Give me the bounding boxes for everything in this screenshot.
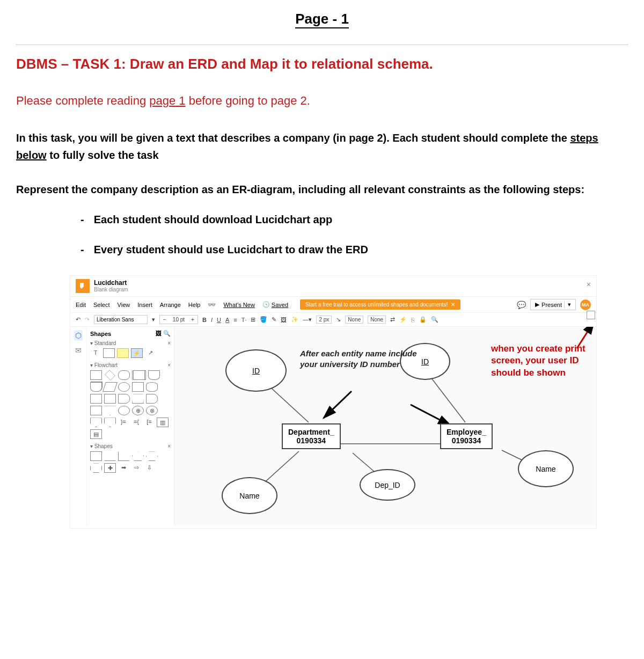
- bold-button[interactable]: B: [202, 317, 207, 323]
- menu-select[interactable]: Select: [93, 302, 110, 308]
- sh-rect[interactable]: [90, 451, 102, 461]
- search-toolbar-icon[interactable]: 🔍: [431, 316, 438, 323]
- fc-process[interactable]: [90, 370, 102, 380]
- stroke-width[interactable]: 2 px: [316, 316, 332, 324]
- fill-color-icon[interactable]: 🪣: [260, 316, 267, 323]
- menu-insert[interactable]: Insert: [137, 302, 152, 308]
- underline-button[interactable]: U: [217, 317, 221, 323]
- image-icon[interactable]: 🖼: [281, 317, 287, 323]
- fc-delay[interactable]: [146, 394, 158, 404]
- line-color-icon[interactable]: ✎: [272, 316, 276, 323]
- font-size-control[interactable]: −10 pt+: [159, 315, 198, 324]
- arrow-left-select[interactable]: None: [345, 316, 363, 324]
- note-shape[interactable]: [117, 348, 129, 358]
- zoom-toggle-icon[interactable]: [587, 311, 595, 319]
- menu-help[interactable]: Help: [188, 302, 201, 308]
- line-type-icon[interactable]: ↘: [336, 316, 341, 323]
- sh-uarrow[interactable]: ⇩: [144, 463, 155, 472]
- sh-rarrow[interactable]: ➡: [118, 463, 129, 472]
- fc-predef[interactable]: [132, 370, 146, 380]
- align-button[interactable]: ≡: [233, 317, 237, 323]
- undo-icon[interactable]: ↶: [76, 316, 80, 323]
- copy-icon[interactable]: ⎘: [411, 317, 415, 323]
- erd-attr-depid[interactable]: Dep_ID: [360, 469, 415, 501]
- present-button[interactable]: ▶ Present ▾: [530, 299, 576, 310]
- fc-collate[interactable]: ⊗: [146, 406, 158, 415]
- fc-document[interactable]: [148, 370, 160, 380]
- sh-pentagon[interactable]: [132, 451, 144, 461]
- menu-whats-new[interactable]: What's New: [223, 302, 254, 308]
- close-icon[interactable]: ×: [587, 280, 591, 289]
- fc-card[interactable]: [104, 394, 116, 404]
- menu-arrange[interactable]: Arrange: [160, 302, 181, 308]
- text-options-button[interactable]: T·: [241, 317, 247, 323]
- sh-rtriangle[interactable]: [118, 451, 130, 461]
- fc-connector[interactable]: [118, 382, 130, 392]
- magic-icon[interactable]: ✨: [291, 316, 298, 323]
- block-shape[interactable]: [103, 348, 115, 358]
- erd-entity-employee[interactable]: Employee_0190334: [440, 423, 493, 449]
- image-lib-icon[interactable]: 🖼: [156, 330, 162, 336]
- feedback-icon[interactable]: 👓: [208, 301, 216, 309]
- erd-canvas[interactable]: ID ID After each entity name include you…: [174, 327, 596, 525]
- fc-manual[interactable]: [132, 394, 144, 404]
- fc-note[interactable]: [104, 418, 116, 427]
- line-style-button[interactable]: ―▾: [303, 316, 312, 323]
- group-shapes[interactable]: Shapes: [94, 443, 113, 449]
- redo-icon[interactable]: ↷: [85, 316, 90, 323]
- hotspot-shape[interactable]: ⚡: [131, 348, 143, 358]
- chevron-down-icon[interactable]: ▾: [564, 301, 571, 308]
- menu-edit[interactable]: Edit: [76, 302, 86, 308]
- italic-button[interactable]: I: [211, 317, 213, 323]
- fc-data-io[interactable]: [103, 382, 118, 392]
- fc-brace-eq[interactable]: ={: [131, 418, 142, 426]
- erd-attr-name-dept[interactable]: Name: [222, 477, 277, 514]
- text-color-button[interactable]: A: [225, 317, 229, 323]
- fc-stored[interactable]: [90, 406, 102, 415]
- group-flowchart[interactable]: Flowchart: [94, 362, 118, 368]
- menu-view[interactable]: View: [118, 302, 130, 308]
- group-standard[interactable]: Standard: [94, 340, 116, 346]
- avatar[interactable]: MA: [580, 299, 591, 310]
- sh-triangle[interactable]: [104, 451, 116, 461]
- font-family-select[interactable]: [94, 315, 148, 324]
- fc-paper-tape[interactable]: [90, 394, 102, 404]
- fc-terminator[interactable]: [118, 370, 130, 380]
- sh-cross[interactable]: ✚: [104, 463, 116, 473]
- sh-octagon[interactable]: [90, 463, 102, 473]
- erd-attr-name-emp[interactable]: Name: [518, 450, 574, 487]
- fc-sum[interactable]: ⊕: [132, 406, 144, 415]
- fc-brace-close[interactable]: }=: [118, 418, 129, 426]
- fc-offpage[interactable]: [90, 418, 102, 427]
- remove-shapes-icon[interactable]: ×: [167, 443, 171, 449]
- fc-merge[interactable]: [104, 406, 116, 415]
- text-shape[interactable]: T: [90, 348, 101, 357]
- fc-display[interactable]: [118, 394, 130, 404]
- sh-darrow[interactable]: ⇨: [131, 463, 142, 472]
- fc-database[interactable]: [146, 382, 158, 392]
- sh-hexagon[interactable]: [146, 451, 158, 461]
- lock-icon[interactable]: 🔒: [419, 316, 427, 323]
- fc-brace-open[interactable]: [=: [144, 418, 155, 426]
- fc-swimlane-v[interactable]: ▥: [157, 418, 169, 427]
- erd-entity-department[interactable]: Department_0190334: [282, 423, 341, 449]
- fc-internal-storage[interactable]: [132, 382, 144, 392]
- remove-standard-icon[interactable]: ×: [167, 340, 171, 346]
- arrow-right-select[interactable]: None: [368, 316, 386, 324]
- search-shapes-icon[interactable]: 🔍: [163, 330, 171, 336]
- remove-flowchart-icon[interactable]: ×: [167, 362, 171, 368]
- fc-or[interactable]: [118, 406, 130, 415]
- layers-tab-icon[interactable]: ✉: [75, 346, 82, 355]
- line-shape[interactable]: ↗: [145, 348, 156, 357]
- close-banner-icon[interactable]: ✕: [451, 302, 455, 307]
- shapes-tab-icon[interactable]: ⬡: [74, 330, 83, 341]
- fc-decision[interactable]: [105, 370, 115, 380]
- comment-icon[interactable]: 💬: [517, 301, 526, 309]
- spacing-icon[interactable]: ⇄: [390, 316, 395, 323]
- erd-attr-id-1[interactable]: ID: [225, 349, 287, 392]
- table-icon[interactable]: ⊞: [251, 316, 255, 323]
- trial-banner[interactable]: Start a free trial to access unlimited s…: [300, 299, 460, 310]
- font-family-chevron-icon[interactable]: ▾: [152, 316, 155, 323]
- fc-multi-doc[interactable]: [90, 382, 102, 392]
- bolt-icon[interactable]: ⚡: [399, 316, 407, 323]
